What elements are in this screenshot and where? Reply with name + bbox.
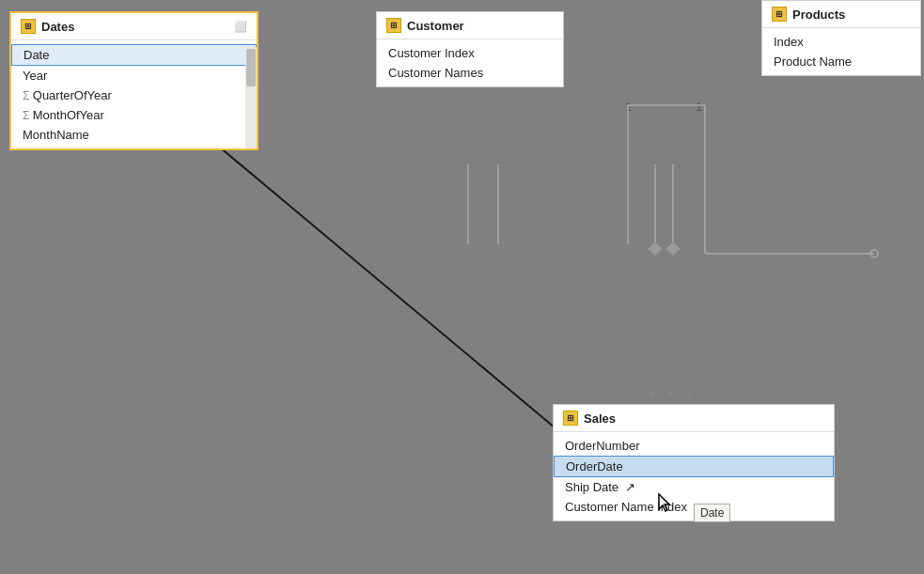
dates-row-year[interactable]: Year	[11, 66, 257, 85]
customer-row-index[interactable]: Customer Index	[377, 43, 563, 63]
dates-expand-icon[interactable]: ⬜	[234, 21, 247, 33]
sales-table-body: OrderNumber OrderDate Ship Date ↗ Custom…	[554, 432, 834, 520]
svg-text:*: *	[685, 389, 691, 405]
sales-table-icon: ⊞	[563, 411, 578, 426]
svg-text:*: *	[650, 389, 655, 405]
dates-table-title: Dates	[41, 20, 74, 34]
svg-marker-17	[666, 242, 680, 256]
customer-table-body: Customer Index Customer Names	[377, 39, 563, 86]
products-table-header: ⊞ Products	[762, 1, 920, 28]
sales-row-ordernumber[interactable]: OrderNumber	[554, 436, 834, 456]
customer-table-header: ⊞ Customer	[377, 12, 563, 39]
customer-table-title: Customer	[407, 19, 464, 33]
customer-row-names[interactable]: Customer Names	[377, 63, 563, 83]
products-row-index[interactable]: Index	[762, 32, 920, 52]
sales-table: ⊞ Sales OrderNumber OrderDate Ship Date …	[553, 404, 835, 521]
dates-table: ⊞ Dates ⬜ Date Year QuarterOfYear MonthO…	[9, 11, 258, 150]
dates-row-monthname[interactable]: MonthName	[11, 125, 257, 145]
dates-row-monthofyear[interactable]: MonthOfYear	[11, 105, 257, 125]
dates-table-icon: ⊞	[21, 19, 36, 34]
sales-row-orderdate[interactable]: OrderDate	[554, 456, 834, 477]
dates-row-quarterofyear[interactable]: QuarterOfYear	[11, 85, 257, 105]
products-table-icon: ⊞	[772, 7, 787, 22]
customer-table-icon: ⊞	[386, 18, 401, 33]
dates-row-date[interactable]: Date	[11, 44, 257, 66]
svg-marker-16	[649, 242, 662, 256]
svg-text:1: 1	[696, 100, 702, 114]
sales-table-header: ⊞ Sales	[554, 405, 834, 432]
dates-scrollbar-thumb	[246, 49, 256, 86]
dates-table-header: ⊞ Dates ⬜	[11, 13, 257, 40]
svg-point-8	[870, 250, 878, 257]
products-table-body: Index Product Name	[762, 28, 920, 75]
products-table-title: Products	[792, 8, 845, 22]
dates-scrollbar[interactable]	[245, 47, 257, 148]
svg-text:1: 1	[625, 100, 632, 114]
sales-table-title: Sales	[584, 411, 616, 426]
svg-text:*: *	[667, 389, 673, 405]
products-table: ⊞ Products Index Product Name	[761, 0, 921, 76]
products-row-name[interactable]: Product Name	[762, 52, 920, 71]
dates-table-body: Date Year QuarterOfYear MonthOfYear Mont…	[11, 40, 257, 148]
sales-row-shipdate[interactable]: Ship Date ↗	[554, 477, 834, 497]
sales-row-customernameindex[interactable]: Customer Name Index	[554, 497, 834, 517]
customer-table: ⊞ Customer Customer Index Customer Names	[376, 11, 564, 87]
